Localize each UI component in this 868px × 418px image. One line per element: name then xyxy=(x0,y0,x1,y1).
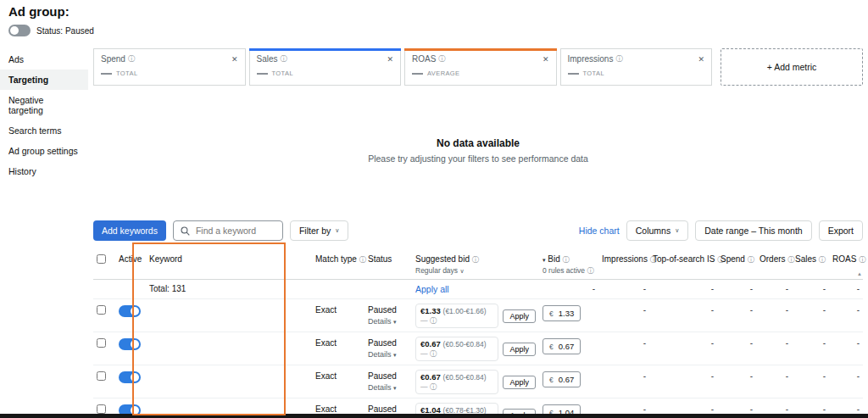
col-roas: ROAS ⓘ xyxy=(829,250,863,268)
apply-button[interactable]: Apply xyxy=(503,376,536,389)
match-type-cell: Exact xyxy=(312,365,364,384)
row-checkbox[interactable] xyxy=(97,305,106,315)
metric-card-impressions[interactable]: Impressions ⓘ ✕ TOTAL xyxy=(560,48,713,86)
match-type-cell: Exact xyxy=(312,332,364,351)
select-all-checkbox[interactable] xyxy=(97,254,106,264)
metric-cards: Spend ⓘ ✕ TOTAL Sales ⓘ ✕ TOTAL xyxy=(93,48,863,86)
active-toggle[interactable] xyxy=(119,338,141,350)
close-icon[interactable]: ✕ xyxy=(231,55,238,64)
details-link[interactable]: Details ▾ xyxy=(368,350,409,359)
row-checkbox[interactable] xyxy=(97,371,106,381)
apply-button[interactable]: Apply xyxy=(503,343,536,356)
top-of-search-value: - xyxy=(649,332,717,351)
bid-input[interactable]: € 1.33 xyxy=(542,305,581,321)
chart-empty-state: No data available Please try adjusting y… xyxy=(93,86,863,215)
orders-value: - xyxy=(756,365,792,384)
close-icon[interactable]: ✕ xyxy=(698,55,704,64)
hide-chart-link[interactable]: Hide chart xyxy=(579,226,620,236)
col-top-of-search: Top-of-search IS ⓘ xyxy=(649,250,717,268)
page-header: Ad group: Status: Paused xyxy=(8,4,94,36)
bid-input[interactable]: € 0.67 xyxy=(542,338,581,354)
keywords-table: Active Keyword Match type ⓘ Status Sugge… xyxy=(93,250,863,418)
info-icon: ⓘ xyxy=(430,383,437,391)
rules-active-label: 0 rules active ⓘ xyxy=(542,266,595,276)
sort-desc-icon: ▾ xyxy=(542,257,546,263)
add-metric-button[interactable]: + Add metric xyxy=(721,48,863,86)
metric-label: Impressions xyxy=(568,54,614,64)
sidebar-item-targeting[interactable]: Targeting xyxy=(0,70,88,90)
regular-days-dropdown[interactable]: Regular days ∨ xyxy=(415,266,536,275)
sidebar-item-ads[interactable]: Ads xyxy=(0,49,88,70)
bid-cell: € 1.33 xyxy=(539,299,598,325)
table-toolbar: Add keywords Filter by ∨ Hide chart Colu… xyxy=(93,218,863,243)
active-toggle[interactable] xyxy=(119,305,141,317)
export-button[interactable]: Export xyxy=(819,220,863,241)
bid-input[interactable]: € 0.67 xyxy=(542,371,581,387)
col-keyword: Keyword xyxy=(146,250,312,267)
no-data-subtitle: Please try adjusting your filters to see… xyxy=(368,153,588,164)
close-icon[interactable]: ✕ xyxy=(542,55,549,64)
metric-card-roas[interactable]: ROAS ⓘ ✕ AVERAGE xyxy=(404,48,557,86)
total-label: Total: 131 xyxy=(146,280,312,298)
orders-value: - xyxy=(756,299,792,318)
row-checkbox[interactable] xyxy=(97,404,106,414)
top-of-search-value: - xyxy=(649,299,717,318)
metric-label: ROAS xyxy=(412,54,436,64)
search-input[interactable] xyxy=(194,225,275,237)
suggested-bid-box: €0.67 (€0.50-€0.84) — ⓘ xyxy=(415,370,498,394)
metric-card-sales[interactable]: Sales ⓘ ✕ TOTAL xyxy=(249,48,402,86)
info-icon: ⓘ xyxy=(563,256,570,264)
details-link[interactable]: Details ▾ xyxy=(368,383,409,392)
info-icon: ⓘ xyxy=(128,54,135,64)
status-toggle[interactable] xyxy=(8,25,31,36)
keyword-search[interactable] xyxy=(173,220,283,241)
impressions-value: - xyxy=(598,299,649,318)
no-data-title: No data available xyxy=(437,137,520,149)
col-bid[interactable]: ▾ Bid ⓘ 0 rules active ⓘ xyxy=(539,250,598,279)
page-title: Ad group: xyxy=(8,4,94,19)
date-range-button[interactable]: Date range – This month xyxy=(695,220,811,241)
card-accent xyxy=(404,48,557,51)
sales-value: - xyxy=(792,365,829,384)
sidebar-item-search-terms[interactable]: Search terms xyxy=(0,120,88,141)
impressions-value: - xyxy=(598,365,649,384)
chevron-down-icon: ▾ xyxy=(393,319,397,325)
suggested-bid-box: €0.67 (€0.50-€0.84) — ⓘ xyxy=(415,337,498,361)
status-text: Paused xyxy=(368,338,409,348)
keyword-cell xyxy=(146,332,312,342)
total-top-of-search: - xyxy=(649,280,717,298)
sidebar-item-ad-group-settings[interactable]: Ad group settings xyxy=(0,141,88,161)
ad-group-page: Ad group: Status: Paused Ads Targeting N… xyxy=(0,0,868,418)
suggested-bid-cell: €1.33 (€1.00-€1.66) — ⓘ Apply xyxy=(412,299,539,332)
info-icon: ⓘ xyxy=(819,256,826,264)
col-suggested-bid: Suggested bid ⓘ Regular days ∨ xyxy=(412,250,539,278)
apply-button[interactable]: Apply xyxy=(503,309,536,323)
metric-aggregation: TOTAL xyxy=(116,70,137,77)
bid-cell: € 0.67 xyxy=(539,332,598,358)
metric-card-spend[interactable]: Spend ⓘ ✕ TOTAL xyxy=(93,48,246,86)
col-spend: Spend ⓘ xyxy=(717,250,756,268)
close-icon[interactable]: ✕ xyxy=(387,55,393,64)
scroll-up-icon[interactable]: ▲ xyxy=(857,271,862,276)
columns-button[interactable]: Columns ∨ xyxy=(626,220,689,241)
col-sales: Sales ⓘ xyxy=(792,250,829,268)
sidebar-item-negative-targeting[interactable]: Negative targeting xyxy=(0,90,88,120)
col-match-type: Match type ⓘ xyxy=(312,250,364,268)
roas-value: - xyxy=(829,299,863,318)
details-link[interactable]: Details ▾ xyxy=(368,317,409,326)
legend-line xyxy=(568,73,579,75)
active-toggle[interactable] xyxy=(119,371,141,383)
sidebar-item-history[interactable]: History xyxy=(0,161,88,181)
status-cell: Paused Details ▾ xyxy=(364,299,412,329)
spend-value: - xyxy=(717,299,756,318)
row-checkbox[interactable] xyxy=(97,338,106,348)
card-accent xyxy=(93,48,246,51)
spend-value: - xyxy=(717,332,756,351)
info-icon: ⓘ xyxy=(430,317,437,325)
apply-all-link[interactable]: Apply all xyxy=(415,284,449,294)
metric-label: Spend xyxy=(101,54,125,64)
add-keywords-button[interactable]: Add keywords xyxy=(93,220,166,241)
sidebar: Ads Targeting Negative targeting Search … xyxy=(0,49,88,181)
status-cell: Paused Details ▾ xyxy=(364,332,412,362)
filter-by-button[interactable]: Filter by ∨ xyxy=(290,220,348,241)
